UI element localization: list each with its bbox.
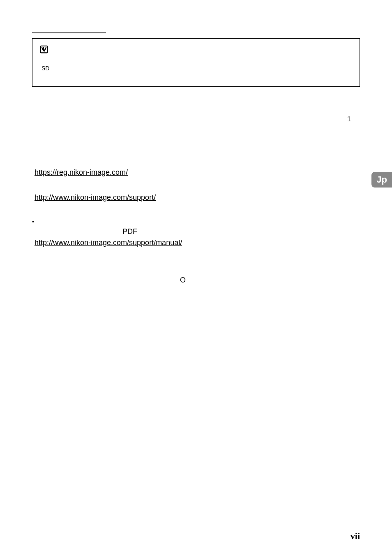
reference-number: 1 xyxy=(32,116,360,123)
registration-link-block: https://reg.nikon-image.com/ xyxy=(32,168,360,177)
page-number-text: vii xyxy=(350,531,360,541)
pdf-line: PDF xyxy=(122,227,360,236)
section-label: . xyxy=(32,25,106,33)
notice-body: SD xyxy=(42,63,352,80)
page-number: vii xyxy=(350,531,360,542)
bullet-dot: • xyxy=(32,218,34,225)
reference-number-text: 1 xyxy=(347,116,351,123)
o-line: O xyxy=(180,276,360,285)
caution-icon xyxy=(40,45,48,53)
o-text: O xyxy=(180,276,186,284)
registration-link[interactable]: https://reg.nikon-image.com/ xyxy=(35,168,128,177)
manual-link[interactable]: http://www.nikon-image.com/support/manua… xyxy=(35,238,182,247)
pdf-text: PDF xyxy=(122,227,137,236)
language-badge: Jp xyxy=(371,172,392,188)
support-link-block: http://www.nikon-image.com/support/ xyxy=(32,193,360,202)
bullet-line: • xyxy=(32,218,360,225)
notice-box: SD xyxy=(32,38,360,87)
support-link[interactable]: http://www.nikon-image.com/support/ xyxy=(35,193,156,202)
manual-link-block: http://www.nikon-image.com/support/manua… xyxy=(32,238,360,247)
language-badge-text: Jp xyxy=(376,174,387,185)
notice-sd-text: SD xyxy=(42,65,49,72)
